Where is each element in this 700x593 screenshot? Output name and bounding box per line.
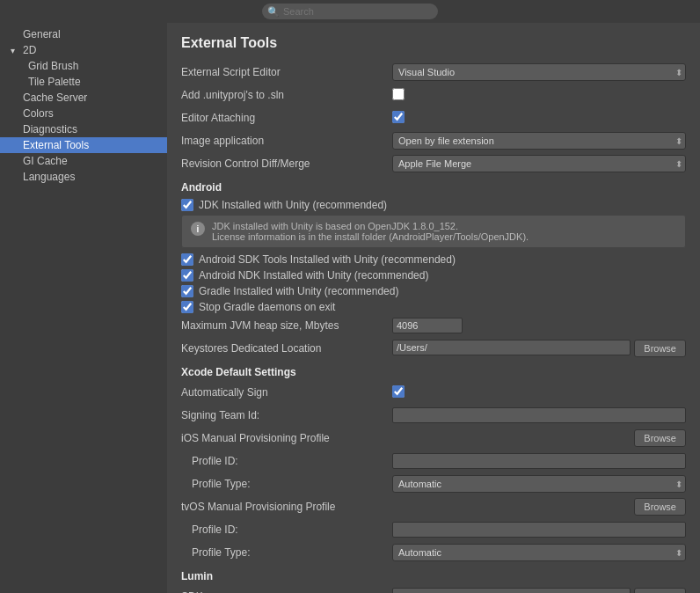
tvos-browse-row: Browse	[392, 498, 686, 516]
sidebar-item-tile-palette[interactable]: Tile Palette	[0, 74, 167, 90]
image-app-select[interactable]: Open by file extension	[392, 132, 686, 150]
tvos-profile-row: tvOS Manual Provisioning Profile Browse	[181, 498, 686, 516]
jdk-info-text: JDK installed with Unity is based on Ope…	[212, 221, 529, 242]
signing-team-row: Signing Team Id:	[181, 406, 686, 424]
revision-row: Revision Control Diff/Merge Apple File M…	[181, 155, 686, 172]
revision-control: Apple File Merge	[392, 155, 686, 172]
sidebar-item-cache-server[interactable]: Cache Server	[0, 90, 167, 106]
stop-gradle-row: Stop Gradle daemons on exit	[181, 301, 686, 313]
auto-sign-checkbox[interactable]	[392, 385, 405, 398]
sidebar-label-gi-cache: GI Cache	[23, 155, 68, 167]
signing-team-input[interactable]	[392, 407, 686, 423]
top-bar: 🔍	[0, 0, 700, 23]
tvos-profile-type-select-wrapper: Automatic Development Distribution	[392, 544, 686, 561]
ios-profile-id-label: Profile ID:	[181, 455, 392, 467]
ios-profile-id-input[interactable]	[392, 453, 686, 469]
sidebar-item-languages[interactable]: Languages	[0, 169, 167, 185]
sdk-row: Android SDK Tools Installed with Unity (…	[181, 253, 686, 266]
sidebar-label-2d: 2D	[23, 44, 36, 56]
ndk-row: Android NDK Installed with Unity (recomm…	[181, 269, 686, 282]
search-icon: 🔍	[267, 6, 280, 18]
script-editor-control: Visual Studio MonoDevelop Visual Studio …	[392, 63, 686, 81]
sdk-label: Android SDK Tools Installed with Unity (…	[199, 253, 456, 266]
sidebar-label-grid-brush: Grid Brush	[28, 60, 78, 72]
sidebar-label-general: General	[23, 28, 61, 40]
tvos-profile-id-row: Profile ID:	[181, 521, 686, 538]
keystores-browse-button[interactable]: Browse	[634, 340, 686, 357]
ndk-checkbox[interactable]	[181, 269, 193, 282]
sidebar-item-2d[interactable]: ▾ 2D	[0, 42, 167, 58]
add-unity-row: Add .unityproj's to .sln	[181, 86, 686, 104]
android-header: Android	[181, 181, 686, 194]
editor-attaching-control	[392, 111, 686, 126]
tvos-profile-control: Browse	[392, 498, 686, 516]
sidebar-item-diagnostics[interactable]: Diagnostics	[0, 121, 167, 137]
gradle-checkbox[interactable]	[181, 285, 193, 297]
keystores-row: Keystores Dedicated Location Browse	[181, 340, 686, 357]
ios-profile-row: iOS Manual Provisioning Profile Browse	[181, 429, 686, 447]
tvos-profile-type-control: Automatic Development Distribution	[392, 544, 686, 561]
ios-browse-button[interactable]: Browse	[634, 429, 686, 447]
auto-sign-label: Automatically Sign	[181, 386, 392, 399]
script-editor-select[interactable]: Visual Studio MonoDevelop Visual Studio …	[392, 63, 686, 81]
add-unity-checkbox[interactable]	[392, 88, 405, 100]
tvos-profile-id-input[interactable]	[392, 522, 686, 538]
stop-gradle-label: Stop Gradle daemons on exit	[199, 301, 335, 313]
content-area: External Tools External Script Editor Vi…	[167, 23, 700, 593]
lumin-sdk-browse-button[interactable]: Browse	[634, 588, 686, 593]
sidebar-item-general[interactable]: General	[0, 26, 167, 42]
signing-team-label: Signing Team Id:	[181, 409, 392, 421]
search-container: 🔍	[262, 4, 438, 19]
main-layout: General ▾ 2D Grid Brush Tile Palette Cac…	[0, 23, 700, 593]
ios-profile-id-row: Profile ID:	[181, 452, 686, 470]
ios-browse-row: Browse	[392, 429, 686, 447]
revision-select-wrapper: Apple File Merge	[392, 155, 686, 172]
tvos-profile-type-label: Profile Type:	[181, 546, 392, 559]
arrow-2d: ▾	[11, 46, 19, 55]
sidebar-label-cache-server: Cache Server	[23, 92, 87, 104]
keystores-input[interactable]	[392, 340, 631, 355]
ios-profile-type-select-wrapper: Automatic Development Distribution	[392, 475, 686, 493]
max-jvm-control	[392, 318, 686, 333]
ios-profile-type-select[interactable]: Automatic Development Distribution	[392, 475, 686, 493]
info-icon: i	[191, 222, 205, 236]
signing-team-control	[392, 407, 686, 423]
ios-profile-type-label: Profile Type:	[181, 478, 392, 490]
tvos-browse-button[interactable]: Browse	[634, 498, 686, 516]
editor-attaching-row: Editor Attaching	[181, 109, 686, 127]
sidebar-label-external-tools: External Tools	[23, 139, 89, 151]
auto-sign-row: Automatically Sign	[181, 384, 686, 401]
sidebar-item-colors[interactable]: Colors	[0, 106, 167, 121]
jdk-info-box: i JDK installed with Unity is based on O…	[181, 215, 686, 248]
max-jvm-label: Maximum JVM heap size, Mbytes	[181, 319, 392, 332]
sidebar-item-gi-cache[interactable]: GI Cache	[0, 153, 167, 169]
lumin-sdk-control: Browse	[392, 588, 686, 593]
tvos-profile-type-row: Profile Type: Automatic Development Dist…	[181, 544, 686, 561]
script-editor-select-wrapper: Visual Studio MonoDevelop Visual Studio …	[392, 63, 686, 81]
xcode-header: Xcode Default Settings	[181, 366, 686, 378]
sdk-checkbox[interactable]	[181, 253, 193, 266]
jdk-label: JDK Installed with Unity (recommended)	[199, 199, 387, 211]
jdk-checkbox[interactable]	[181, 199, 193, 211]
sidebar-label-diagnostics: Diagnostics	[23, 123, 77, 135]
search-input[interactable]	[283, 6, 433, 17]
editor-attaching-checkbox[interactable]	[392, 111, 405, 123]
max-jvm-row: Maximum JVM heap size, Mbytes	[181, 317, 686, 334]
tvos-profile-type-select[interactable]: Automatic Development Distribution	[392, 544, 686, 561]
sidebar-item-external-tools[interactable]: External Tools	[0, 137, 167, 153]
add-unity-control	[392, 88, 686, 103]
lumin-sdk-input-browse: Browse	[392, 588, 686, 593]
add-unity-label: Add .unityproj's to .sln	[181, 89, 392, 101]
keystores-input-browse: Browse	[392, 340, 686, 357]
stop-gradle-checkbox[interactable]	[181, 301, 193, 313]
revision-select[interactable]: Apple File Merge	[392, 155, 686, 172]
lumin-sdk-input[interactable]	[392, 588, 631, 593]
tvos-profile-label: tvOS Manual Provisioning Profile	[181, 501, 392, 513]
sidebar-item-grid-brush[interactable]: Grid Brush	[0, 58, 167, 74]
jdk-row: JDK Installed with Unity (recommended)	[181, 199, 686, 211]
script-editor-label: External Script Editor	[181, 66, 392, 78]
image-app-row: Image application Open by file extension	[181, 132, 686, 150]
tvos-profile-id-control	[392, 522, 686, 538]
sidebar-label-colors: Colors	[23, 107, 54, 120]
max-jvm-input[interactable]	[392, 318, 463, 333]
